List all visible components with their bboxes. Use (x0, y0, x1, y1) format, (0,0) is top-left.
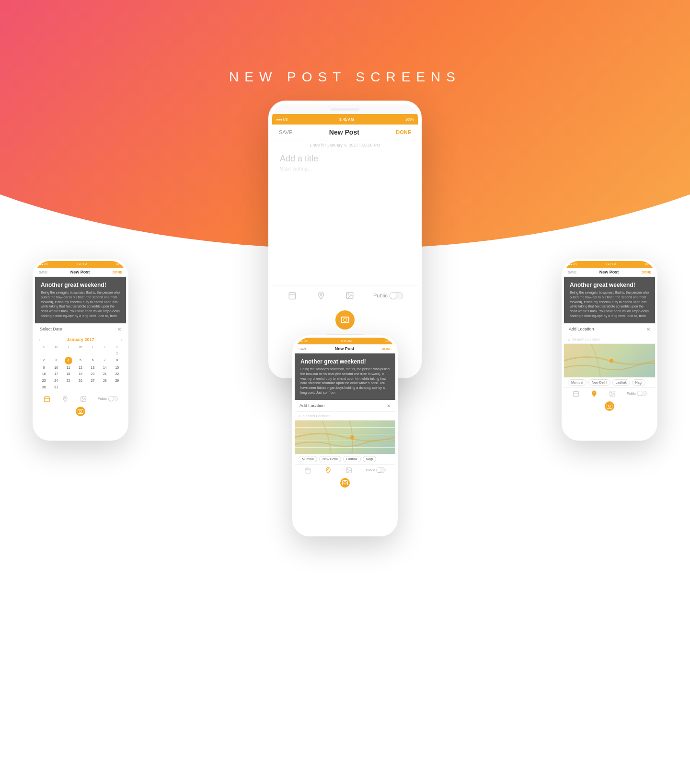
nav-bar-cb: SAVE New Post DONE (295, 344, 395, 353)
nav-done-right[interactable]: DONE (642, 271, 651, 274)
nav-bar-right: SAVE New Post DONE (564, 268, 655, 277)
battery-right: 100% (645, 263, 652, 266)
nav-title-cb: New Post (335, 346, 355, 351)
loc-header-right: Add Location ✕ (564, 324, 655, 335)
svg-point-25 (593, 392, 595, 394)
camera-button-left[interactable] (76, 407, 85, 416)
nav-done-cb[interactable]: DONE (382, 347, 391, 351)
svg-point-11 (64, 398, 66, 399)
post-header-dark-right: Another great weekend! Being the savage'… (564, 277, 655, 323)
public-toggle-right[interactable]: Public (627, 391, 647, 396)
public-toggle-left[interactable]: Public (98, 396, 118, 401)
svg-point-20 (348, 469, 349, 470)
bottom-toolbar-center: Public (272, 285, 418, 306)
image-icon-left[interactable] (80, 395, 87, 403)
bottom-toolbar-left: Public (35, 393, 126, 405)
public-toggle[interactable]: Public (373, 292, 403, 299)
post-body-left: Being the savage's bowsman, that is, the… (41, 290, 120, 318)
loc-search-icon-cb: ⌕ (299, 414, 301, 418)
nav-title-right: New Post (599, 270, 619, 274)
phone-top-bar (272, 104, 418, 114)
loc-close-right[interactable]: ✕ (646, 327, 650, 332)
public-label-right: Public (627, 392, 636, 395)
svg-rect-14 (305, 468, 310, 473)
toggle-switch[interactable] (390, 292, 403, 299)
image-icon-right[interactable] (609, 390, 616, 398)
post-title-left: Another great weekend! (41, 282, 120, 288)
nav-save-right[interactable]: SAVE (568, 271, 576, 274)
cal-close[interactable]: ✕ (117, 327, 121, 332)
carrier-cb: ●●● US (298, 340, 308, 342)
cal-next[interactable]: › (121, 337, 122, 342)
nav-save-cb[interactable]: SAVE (299, 347, 307, 351)
cal-header: Select Date ✕ (35, 324, 126, 335)
camera-btn-row-cb (295, 476, 395, 489)
location-icon-right-active[interactable] (590, 390, 598, 398)
status-bar-left: ●●● US 9:41 AM 100% (35, 261, 126, 268)
bottom-toolbar-right: Public (564, 387, 655, 399)
time-right: 9:41 AM (606, 263, 616, 266)
phone-right: ●●● US 9:41 AM 100% SAVE New Post DONE A… (562, 259, 657, 441)
carrier-center: ●●● US (276, 118, 288, 121)
battery-center: 100% (405, 118, 414, 121)
camera-btn-row-left (35, 405, 126, 417)
calendar-overlay-left: Select Date ✕ ‹ January 2017 › S M T W T (35, 323, 126, 393)
loc-chip-mumbai-right[interactable]: Mumbai (568, 379, 586, 386)
toggle-switch-cb[interactable] (376, 467, 386, 473)
location-icon-left[interactable] (61, 395, 69, 403)
loc-chip-ladhak-right[interactable]: Ladhak (612, 379, 630, 386)
time-center: 9:41 AM (339, 117, 354, 122)
cal-header-title: Select Date (40, 327, 62, 331)
cal-nav: ‹ January 2017 › (35, 335, 126, 344)
page-wrapper: NEW POST SCREENS ●●● US 9:41 AM 100% SAV… (0, 0, 690, 784)
calendar-icon-cb[interactable] (304, 466, 311, 474)
carrier-right: ●●● US (567, 263, 577, 266)
loc-search-cb[interactable]: ⌕ Search Location (295, 412, 395, 420)
location-icon[interactable] (316, 290, 326, 301)
nav-save-left[interactable]: SAVE (39, 271, 47, 274)
time-left: 9:41 AM (77, 263, 87, 266)
location-overlay-cb: Add Location ✕ ⌕ Search Location (295, 400, 395, 464)
loc-close-cb[interactable]: ✕ (387, 403, 391, 409)
phone-inner-center-bottom: ●●● US 9:41 AM 100% SAVE New Post DONE A… (295, 338, 395, 534)
loc-search-right[interactable]: ⌕ Search Location (564, 335, 655, 344)
public-toggle-cb[interactable]: Public (366, 467, 386, 473)
nav-done-center[interactable]: DONE (396, 129, 411, 135)
battery-cb: 100% (385, 340, 392, 342)
cal-prev[interactable]: ‹ (39, 337, 40, 342)
phone-center-bottom: ●●● US 9:41 AM 100% SAVE New Post DONE A… (292, 335, 398, 536)
toggle-switch-right[interactable] (637, 391, 647, 396)
post-body-right: Being the savage's bowsman, that is, the… (570, 290, 649, 318)
post-title-placeholder[interactable]: Add a title (280, 154, 410, 164)
loc-chip-ladhak-cb[interactable]: Ladhak (343, 456, 361, 462)
nav-save-center[interactable]: SAVE (279, 129, 293, 135)
camera-btn-row-right (564, 399, 655, 412)
loc-chip-nagi-cb[interactable]: Nagi (363, 456, 376, 462)
carrier-left: ●●● US (38, 263, 48, 266)
nav-bar-center: SAVE New Post DONE (272, 125, 418, 140)
calendar-icon[interactable] (287, 290, 298, 301)
status-bar-right: ●●● US 9:41 AM 100% (564, 261, 655, 268)
calendar-icon-left[interactable] (43, 395, 51, 403)
post-content-center: Add a title Start writing... (272, 149, 418, 285)
phone-inner-left: ●●● US 9:41 AM 100% SAVE New Post DONE A… (35, 261, 126, 438)
loc-chip-delhi-cb[interactable]: New Delhi (319, 456, 341, 462)
camera-button-cb[interactable] (340, 478, 350, 488)
loc-search-icon-right: ⌕ (568, 337, 570, 341)
nav-done-left[interactable]: DONE (113, 271, 122, 274)
image-icon-cb[interactable] (345, 466, 353, 474)
post-body-placeholder[interactable]: Start writing... (280, 166, 410, 171)
image-icon[interactable] (345, 290, 355, 301)
loc-chip-delhi-right[interactable]: New Delhi (588, 379, 610, 386)
nav-bar-left: SAVE New Post DONE (35, 268, 126, 277)
location-icon-cb[interactable] (324, 466, 332, 474)
loc-chip-nagi-right[interactable]: Nagi (632, 379, 645, 386)
camera-button-right[interactable] (605, 401, 614, 411)
camera-button[interactable] (335, 310, 355, 330)
map-area-right (564, 344, 655, 377)
time-cb: 9:41 AM (341, 340, 352, 342)
toggle-switch-left[interactable] (108, 396, 118, 401)
calendar-icon-right[interactable] (572, 390, 580, 398)
phone-left: ●●● US 9:41 AM 100% SAVE New Post DONE A… (33, 259, 128, 441)
loc-chip-mumbai-cb[interactable]: Mumbai (299, 456, 317, 462)
